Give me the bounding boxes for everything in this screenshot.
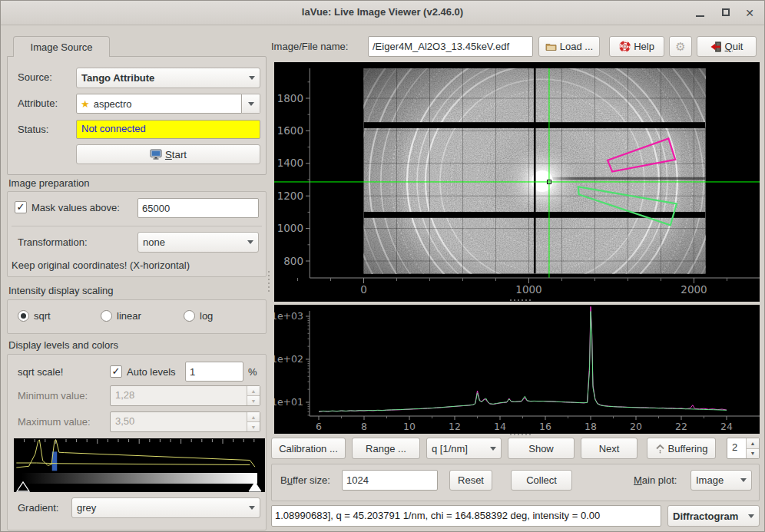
spin-up-icon: ▲	[247, 386, 260, 396]
chevron-down-icon	[247, 240, 253, 244]
calibration-button[interactable]: Calibration ...	[271, 438, 346, 459]
plot-background	[274, 305, 760, 434]
status-label: Status:	[18, 124, 48, 135]
mask-checkbox[interactable]: ✓	[15, 201, 27, 213]
spin-down-icon: ▼	[247, 396, 260, 405]
exit-door-icon	[710, 41, 722, 52]
range-button[interactable]: Range ...	[352, 438, 420, 459]
radio-icon	[184, 310, 195, 322]
file-name-input[interactable]	[368, 36, 533, 57]
plot-splitter-handle[interactable]	[510, 299, 531, 301]
minimum-value-label: Minimum value:	[18, 390, 88, 401]
start-button[interactable]: Start	[76, 144, 260, 164]
titlebar: laVue: Live Image Viewer (v2.46.0) ✕	[1, 1, 764, 25]
auto-levels-checkbox[interactable]: ✓	[110, 365, 122, 378]
svg-text:1400: 1400	[277, 157, 303, 169]
window-title: laVue: Live Image Viewer (v2.46.0)	[1, 6, 764, 18]
maximize-icon[interactable]	[718, 5, 735, 21]
svg-text:1000: 1000	[515, 283, 541, 296]
auto-levels-percent-input[interactable]	[185, 362, 243, 382]
main-plot-combo[interactable]: Image	[690, 470, 752, 491]
attribute-combo[interactable]: ★ aspectro	[76, 94, 260, 114]
gear-icon: ⚙	[675, 40, 685, 54]
collect-button[interactable]: Collect	[511, 470, 572, 491]
main-plot-label: Main plot:	[634, 474, 677, 486]
buffer-size-input[interactable]	[342, 470, 438, 491]
spin-down-icon[interactable]: ▼	[747, 449, 759, 459]
mask-label: Mask values above:	[31, 202, 120, 213]
help-button[interactable]: Help	[609, 36, 664, 57]
spin-up-icon[interactable]: ▲	[747, 438, 759, 449]
load-button[interactable]: Load ...	[538, 36, 600, 57]
chevron-down-icon	[249, 76, 255, 80]
radio-sqrt[interactable]: sqrt	[18, 310, 51, 322]
svg-text:0: 0	[360, 283, 367, 296]
svg-text:1000: 1000	[277, 222, 303, 234]
quit-button[interactable]: Quit	[697, 36, 757, 57]
status-badge: Not connected	[76, 120, 260, 139]
column-splitter-handle[interactable]	[268, 271, 270, 292]
source-combo[interactable]: Tango Attribute	[76, 68, 260, 88]
radio-log[interactable]: log	[184, 310, 213, 322]
close-icon[interactable]: ✕	[741, 5, 758, 21]
chevron-down-icon	[748, 514, 754, 518]
svg-text:16: 16	[539, 421, 551, 432]
levels-histogram-widget[interactable]	[14, 438, 265, 492]
spin-down-icon: ▼	[247, 422, 260, 431]
svg-text:22: 22	[675, 421, 687, 432]
file-name-label: Image/File name:	[271, 41, 348, 52]
svg-text:8: 8	[361, 421, 367, 432]
radio-icon	[101, 310, 112, 322]
mask-checkbox-row: ✓ Mask values above:	[15, 201, 120, 213]
svg-text:1e+01: 1e+01	[274, 396, 303, 408]
svg-text:1200: 1200	[277, 190, 303, 202]
svg-text:20: 20	[630, 421, 642, 432]
chevron-down-icon	[248, 102, 254, 106]
minimize-icon[interactable]	[692, 5, 709, 21]
source-label: Source:	[18, 71, 52, 83]
svg-text:6: 6	[316, 421, 322, 432]
svg-text:1800: 1800	[277, 92, 303, 104]
mask-value-input[interactable]	[137, 198, 259, 218]
pointer-status-readout[interactable]: 1.08990683], q = 45.203791 1/nm, chi = 1…	[271, 505, 661, 527]
next-button[interactable]: Next	[581, 438, 638, 459]
chevron-down-icon	[490, 447, 496, 451]
spin-up-icon: ▲	[247, 412, 260, 422]
units-combo[interactable]: q [1/nm]	[426, 438, 502, 459]
buffer-count-spinbox[interactable]: 2 ▲▼	[727, 438, 760, 459]
image-plot[interactable]: 01000200080010001200140016001800	[274, 62, 760, 302]
radio-linear[interactable]: linear	[101, 310, 141, 322]
toolbar-splitter-handle[interactable]	[510, 434, 531, 435]
show-button[interactable]: Show	[508, 438, 575, 459]
eject-up-icon	[655, 444, 665, 454]
svg-text:24: 24	[720, 421, 733, 432]
svg-text:2000: 2000	[681, 283, 707, 296]
monitor-icon	[150, 149, 162, 160]
transformation-label: Transformation:	[18, 236, 88, 248]
transformation-combo[interactable]: none	[137, 232, 259, 253]
app-window: laVue: Live Image Viewer (v2.46.0) ✕ Ima…	[0, 0, 765, 532]
section-image-preparation: Image preparation	[8, 177, 90, 189]
svg-text:1e+02: 1e+02	[274, 353, 303, 365]
buffering-button[interactable]: Buffering	[647, 438, 716, 459]
chevron-down-icon	[249, 506, 255, 510]
maximum-value-label: Maximum value:	[18, 416, 91, 428]
divider	[12, 226, 262, 226]
percent-label: %	[248, 366, 257, 378]
reset-button[interactable]: Reset	[449, 470, 492, 491]
folder-icon	[545, 42, 557, 51]
attribute-dropdown-button[interactable]	[242, 94, 260, 114]
maximum-value-spinbox: 3,50 ▲▼	[110, 411, 260, 432]
svg-text:800: 800	[283, 255, 303, 267]
plot-type-combo[interactable]: Diffractogram	[667, 505, 760, 527]
attribute-value: aspectro	[94, 98, 132, 110]
tab-image-source[interactable]: Image Source	[13, 36, 110, 57]
svg-text:12: 12	[449, 421, 461, 432]
settings-button[interactable]: ⚙	[669, 36, 692, 57]
check-icon: ✓	[17, 201, 25, 213]
sqrt-scale-note: sqrt scale!	[18, 366, 63, 378]
coordinates-warning: Keep original coordinates! (X-horizontal…	[12, 259, 190, 271]
diffractogram-plot[interactable]: 6810121416182022241e+011e+021e+03	[274, 305, 760, 434]
gradient-combo[interactable]: grey	[71, 497, 260, 518]
star-icon: ★	[81, 98, 90, 110]
